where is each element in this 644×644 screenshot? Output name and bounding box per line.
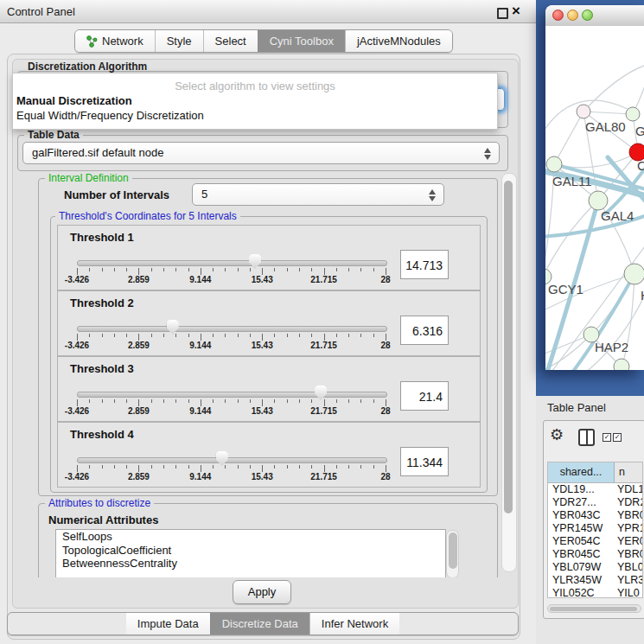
table-row[interactable]: YDL19...YDL1 <box>548 483 642 496</box>
table-data-combobox[interactable]: galFiltered.sif default node <box>22 142 500 164</box>
checkbox-icon[interactable]: ✓ <box>603 433 611 442</box>
network-node[interactable] <box>624 264 644 284</box>
tick-mark <box>77 465 78 472</box>
menu-item-manual-discretization[interactable]: Manual Discretization <box>16 94 492 108</box>
network-graph: GAL80GCGAL11GAL4GCY1HHAP2 <box>545 26 644 370</box>
network-node[interactable] <box>626 107 640 121</box>
close-icon[interactable]: × <box>512 3 520 20</box>
tab-infer-network[interactable]: Infer Network <box>309 613 399 634</box>
slider-track[interactable] <box>77 326 387 332</box>
network-node[interactable] <box>577 105 590 118</box>
tick-mark <box>299 399 300 403</box>
tick-mark <box>126 399 127 403</box>
tick-mark <box>336 268 337 271</box>
tab-discretize-data[interactable]: Discretize Data <box>210 613 309 634</box>
tab-network[interactable]: Network <box>75 30 155 52</box>
cell-shared-name: YDR27... <box>548 496 614 509</box>
tab-label: Impute Data <box>137 613 199 634</box>
tick-mark <box>324 334 325 341</box>
settings-scrollbar[interactable] <box>501 173 517 572</box>
network-node[interactable] <box>589 191 608 210</box>
table-row[interactable]: YER054CYER0 <box>548 535 642 548</box>
slider-thumb[interactable] <box>216 451 228 466</box>
slider-track[interactable] <box>77 392 387 398</box>
minimize-traffic-light-icon[interactable] <box>567 10 578 21</box>
slider-track[interactable] <box>77 457 387 463</box>
network-node-label: C <box>637 158 644 173</box>
tab-cyni-toolbox[interactable]: Cyni Toolbox <box>258 30 345 52</box>
table-row[interactable]: YDR27...YDR2 <box>548 496 642 509</box>
tick-label: 21.715 <box>303 341 345 350</box>
tick-label: 15.43 <box>241 341 283 350</box>
tick-mark <box>175 334 176 337</box>
tick-mark <box>89 399 90 403</box>
tick-mark <box>138 334 139 341</box>
close-traffic-light-icon[interactable] <box>552 10 564 21</box>
network-canvas[interactable]: GAL80GCGAL11GAL4GCY1HHAP2 <box>545 26 644 370</box>
slider-track[interactable] <box>77 260 387 266</box>
slider-thumb[interactable] <box>249 254 261 269</box>
tick-mark <box>336 334 337 337</box>
menu-item-equal-width-frequency[interactable]: Equal Width/Frequency Discretization <box>16 109 492 123</box>
threshold-box: Threshold 1-3.4262.8599.14415.4321.71528… <box>57 225 481 290</box>
threshold-value-field[interactable]: 21.4 <box>400 381 449 411</box>
attributes-list-scrollbar[interactable] <box>446 530 459 577</box>
network-node[interactable] <box>614 359 629 370</box>
threshold-box: Threshold 2-3.4262.8599.14415.4321.71528… <box>57 290 481 356</box>
number-of-intervals-combobox[interactable]: 5 <box>192 183 444 206</box>
table-row[interactable]: YBR043CYBR0 <box>548 509 642 522</box>
tick-mark <box>89 465 90 469</box>
table-row[interactable]: YBL079WYBL0 <box>548 561 642 574</box>
tick-mark <box>238 334 239 337</box>
numerical-attributes-heading: Numerical Attributes <box>48 513 158 526</box>
table-data-title: Table Data <box>24 129 83 141</box>
table-row[interactable]: YLR345WYLR3 <box>548 574 642 587</box>
table-row[interactable]: YBR045CYBR0 <box>548 548 642 561</box>
scrollbar-thumb[interactable] <box>550 607 637 611</box>
scrollbar-thumb[interactable] <box>449 532 457 569</box>
threshold-value-field[interactable]: 6.316 <box>400 316 449 345</box>
tick-label: -3.426 <box>56 341 98 350</box>
column-header-name[interactable]: n <box>615 462 642 482</box>
tab-style[interactable]: Style <box>155 30 203 52</box>
tick-mark <box>373 465 374 469</box>
threshold-value-field[interactable]: 11.344 <box>400 447 449 476</box>
network-node-label: GAL80 <box>585 119 626 134</box>
tick-mark <box>348 334 349 337</box>
tick-mark <box>360 465 361 469</box>
dropdown-hint: Select algorithm to view settings <box>13 80 497 92</box>
tick-mark <box>175 268 176 271</box>
tick-mark <box>262 334 263 341</box>
slider-thumb[interactable] <box>315 386 327 400</box>
checkbox-icon[interactable]: ✓ <box>613 433 622 442</box>
tick-mark <box>201 465 201 472</box>
columns-icon[interactable] <box>578 429 595 446</box>
float-panel-icon[interactable] <box>497 8 508 19</box>
list-item[interactable]: BetweennessCentrality <box>56 557 445 571</box>
scrollbar-thumb[interactable] <box>504 181 513 513</box>
thresholds-group-title: Threshold's Coordinates for 5 Intervals <box>55 210 240 222</box>
tick-mark <box>274 334 275 337</box>
threshold-title: Threshold 3 <box>70 362 134 375</box>
tab-jactivemnodules[interactable]: jActiveMNodules <box>345 30 452 52</box>
tab-select[interactable]: Select <box>203 30 258 52</box>
tick-mark <box>324 399 325 406</box>
table-row[interactable]: YIL052CYIL0 <box>548 587 642 598</box>
zoom-traffic-light-icon[interactable] <box>582 10 593 21</box>
tab-impute-data[interactable]: Impute Data <box>126 613 210 634</box>
threshold-value-field[interactable]: 14.713 <box>400 250 449 279</box>
column-header-shared-name[interactable]: shared... <box>548 462 615 482</box>
table-horizontal-scrollbar[interactable] <box>547 604 641 613</box>
tick-mark <box>151 334 152 337</box>
tick-mark <box>311 268 312 271</box>
tick-mark <box>151 399 152 403</box>
network-node[interactable] <box>546 156 562 172</box>
slider-thumb[interactable] <box>167 320 179 335</box>
tick-mark <box>213 268 214 271</box>
list-item[interactable]: TopologicalCoefficient <box>56 544 445 558</box>
gear-icon[interactable]: ⚙ <box>550 426 564 443</box>
apply-button[interactable]: Apply <box>233 580 291 604</box>
tick-mark <box>151 465 152 469</box>
table-row[interactable]: YPR145WYPR1 <box>548 522 642 535</box>
list-item[interactable]: SelfLoops <box>56 530 445 544</box>
